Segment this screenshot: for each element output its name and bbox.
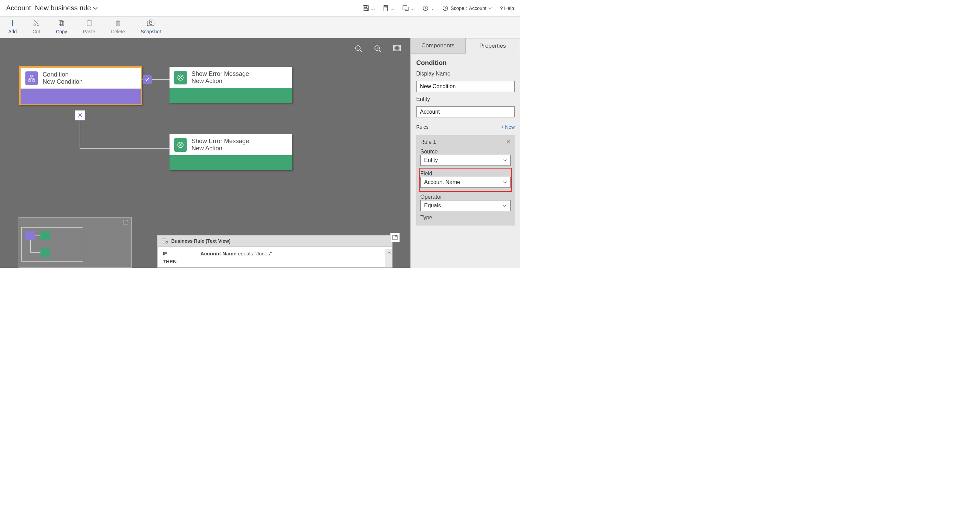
saveas-button[interactable]: … xyxy=(402,5,415,11)
operator-select[interactable]: Equals xyxy=(420,200,511,211)
scroll-up-icon[interactable] xyxy=(385,249,392,256)
connector xyxy=(80,148,170,148)
svg-rect-14 xyxy=(116,21,120,26)
new-rule-button[interactable]: + New xyxy=(501,124,515,130)
tab-properties[interactable]: Properties xyxy=(465,38,520,54)
operator-value: Equals xyxy=(424,202,441,209)
workspace: Condition New Condition ✕ Show Error Mes… xyxy=(0,38,520,268)
false-branch-icon[interactable]: ✕ xyxy=(75,110,85,121)
source-select[interactable]: Entity xyxy=(420,155,511,166)
scope-value: Account xyxy=(469,5,487,11)
add-label: Add xyxy=(8,29,17,34)
rules-label: Rules xyxy=(416,124,429,130)
svg-rect-15 xyxy=(147,21,154,26)
chevron-down-icon[interactable] xyxy=(93,6,98,11)
minimap-connector xyxy=(30,240,31,253)
rule-title: Rule 1 xyxy=(420,139,436,145)
scissors-icon xyxy=(33,19,40,27)
fit-screen-button[interactable] xyxy=(393,45,401,53)
display-name-input[interactable] xyxy=(416,81,515,92)
scope-icon xyxy=(442,5,449,11)
save-button[interactable]: … xyxy=(363,5,375,11)
page-title[interactable]: Account: New business rule xyxy=(6,4,98,12)
node-subtitle: New Condition xyxy=(43,78,83,86)
expand-icon[interactable] xyxy=(123,220,128,225)
field-select[interactable]: Account Name xyxy=(420,177,511,188)
topbar-actions: … … … … Scope : Account ? Help xyxy=(363,5,514,11)
copy-icon xyxy=(58,19,65,27)
canvas-toolbar xyxy=(355,45,401,53)
minimap-node xyxy=(25,231,35,240)
close-icon[interactable]: ✕ xyxy=(506,139,511,145)
condition-icon xyxy=(25,72,38,85)
node-footer xyxy=(170,155,292,170)
then-label: THEN xyxy=(163,258,180,264)
question-icon: ? xyxy=(500,5,503,11)
zoom-in-button[interactable] xyxy=(374,45,382,53)
svg-rect-22 xyxy=(29,80,30,81)
display-name-label: Display Name xyxy=(416,71,515,77)
text-view-title: Business Rule (Text View) xyxy=(171,238,231,244)
svg-point-28 xyxy=(166,241,168,243)
minimap-connector xyxy=(35,236,40,236)
scope-label: Scope : xyxy=(450,5,467,11)
trash-icon xyxy=(114,19,122,27)
action-node[interactable]: Show Error Message New Action xyxy=(170,134,292,170)
canvas[interactable]: Condition New Condition ✕ Show Error Mes… xyxy=(0,38,410,268)
svg-rect-2 xyxy=(364,9,368,11)
node-footer xyxy=(170,88,292,103)
connector xyxy=(80,117,80,148)
history-button[interactable]: … xyxy=(422,5,435,11)
svg-rect-10 xyxy=(59,21,62,25)
minimap-connector xyxy=(30,252,40,253)
help-label: Help xyxy=(504,5,514,11)
action-toolbar: Add Cut Copy Paste Delete Snapshot xyxy=(0,16,520,38)
svg-rect-1 xyxy=(364,5,367,8)
zoom-out-button[interactable] xyxy=(355,45,362,53)
node-footer xyxy=(21,89,141,104)
delete-button[interactable]: Delete xyxy=(111,19,124,34)
popout-icon[interactable] xyxy=(390,233,400,242)
paste-label: Paste xyxy=(83,29,95,34)
copy-button[interactable]: Copy xyxy=(56,19,67,34)
field-label: Field xyxy=(420,171,511,177)
tab-components[interactable]: Components xyxy=(411,38,465,54)
entity-label: Entity xyxy=(416,96,515,102)
cut-button[interactable]: Cut xyxy=(33,19,40,34)
help-button[interactable]: ? Help xyxy=(500,5,514,11)
chevron-down-icon xyxy=(488,6,492,10)
if-label: IF xyxy=(163,250,180,257)
add-button[interactable]: Add xyxy=(8,19,17,34)
svg-rect-23 xyxy=(33,80,35,81)
svg-rect-21 xyxy=(30,75,33,77)
paste-button[interactable]: Paste xyxy=(83,19,95,34)
snapshot-button[interactable]: Snapshot xyxy=(141,19,161,34)
true-branch-icon[interactable] xyxy=(143,75,152,84)
camera-icon xyxy=(147,19,154,27)
rule-block: Rule 1 ✕ Source Entity Field Account Nam… xyxy=(416,135,515,226)
properties-panel: Components Properties Condition Display … xyxy=(410,38,520,268)
minimap-node xyxy=(40,248,50,257)
condition-field: Account Name xyxy=(200,250,236,257)
scope-selector[interactable]: Scope : Account xyxy=(442,5,492,11)
node-title: Show Error Message xyxy=(191,70,249,78)
svg-point-9 xyxy=(37,24,39,26)
field-value: Account Name xyxy=(424,179,460,185)
plus-icon xyxy=(9,19,16,27)
svg-point-8 xyxy=(33,24,36,26)
section-title: Condition xyxy=(416,59,515,67)
field-group-highlighted: Field Account Name xyxy=(420,169,511,191)
condition-node[interactable]: Condition New Condition xyxy=(19,66,142,105)
text-view-body: IF Account Name equals "Jones" THEN xyxy=(158,247,392,268)
copy-label: Copy xyxy=(56,29,67,34)
source-value: Entity xyxy=(424,157,438,163)
node-subtitle: New Action xyxy=(191,145,249,152)
minimap[interactable] xyxy=(19,217,132,268)
action-node[interactable]: Show Error Message New Action xyxy=(170,67,292,103)
snapshot-label: Snapshot xyxy=(141,29,161,34)
entity-input[interactable] xyxy=(416,107,515,117)
condition-rest: equals "Jones" xyxy=(236,250,272,257)
type-label: Type xyxy=(420,215,511,221)
operator-label: Operator xyxy=(420,194,511,200)
validate-button[interactable]: … xyxy=(383,5,395,11)
